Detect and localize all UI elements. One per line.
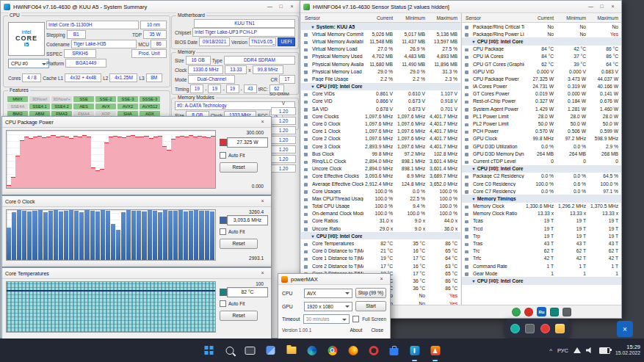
power-graph-titlebar[interactable]: CPU Package Power ×	[2, 117, 271, 128]
sensor-row[interactable]: Core 0 Distance to TjMAX 21 °C 16 °C 65 …	[301, 247, 460, 255]
sensor-row[interactable]: Physical Memory Available 11,680 MB 11,4…	[301, 60, 460, 68]
tray-folder-icon[interactable]	[555, 324, 565, 333]
sensor-row[interactable]: Core C7 Residency 0.0 % 0.0 % 97.1 %	[462, 187, 621, 195]
sensor-row[interactable]: PL2 Power Limit 50.0 W 50.0 W 50.0 W	[462, 120, 621, 127]
sensor-row[interactable]: Core Clocks 1,097.6 MHz 1,097.6 MHz 4,40…	[301, 112, 460, 120]
sensor-row[interactable]: Gear Mode 1 1 1	[462, 269, 621, 277]
power-autofit[interactable]: Auto Fit	[220, 152, 245, 159]
sensor-tool-settings-icon[interactable]	[562, 308, 571, 316]
sensor-row[interactable]: Uncore Ratio 29.0 x 9.0 x 36.0 x	[301, 225, 460, 232]
powermax-fullscreen-checkbox[interactable]	[352, 316, 359, 322]
powermax-taskbar-icon[interactable]	[426, 341, 444, 360]
temps-graph-titlebar[interactable]: Core Temperatures ×	[2, 268, 271, 279]
sensor-row[interactable]: System Agent Power 1.429 W 1.281 W 1.460…	[462, 105, 621, 112]
powermax-about-button[interactable]: About	[347, 327, 365, 333]
sensor-row[interactable]: Core 1 Clock 1,097.6 MHz 1,097.6 MHz 4,4…	[301, 128, 460, 135]
sensor-row[interactable]: Core 1 Distance to TjMAX 19 °C 17 °C 64 …	[301, 255, 460, 262]
powermax-close-icon[interactable]: ×	[376, 274, 387, 284]
sensor-row[interactable]: Core Temperatures 82 °C 35 °C 86 °C	[301, 239, 460, 247]
sensor-titlebar[interactable]: HWiNFO64 v7.16-4630 Sensor Status [2 val…	[300, 1, 621, 13]
sensor-row[interactable]: GPU D3D Utilization 0.0 % 0.0 % 2.9 %	[462, 142, 621, 150]
power-graph-close-icon[interactable]: ×	[257, 117, 268, 127]
temps-legend-checkbox[interactable]	[220, 289, 227, 296]
clock-reset-button[interactable]: Reset	[220, 239, 258, 249]
sensor-row[interactable]: Memory Clock 1,330.6 MHz 1,296.2 MHz 1,3…	[462, 203, 621, 210]
sensor-row[interactable]: ▼CPU [#0]: Intel Core i5-11300H: C-State…	[462, 165, 621, 173]
sensor-row[interactable]: Trc 62 T 62 T 62 T	[462, 247, 621, 255]
sensor-row[interactable]: Trp 19 T 19 T 19 T	[462, 232, 621, 239]
sensor-row[interactable]: Core 0 Clock 1,097.6 MHz 1,097.6 MHz 4,4…	[301, 120, 460, 127]
clock-graph-titlebar[interactable]: Core 0 Clock ×	[2, 196, 271, 207]
sensor-row[interactable]: Core VID 0.866 V 0.673 V 0.918 V	[301, 98, 460, 105]
sensor-row[interactable]: Core 3 Clock 2,893.9 MHz 1,097.6 MHz 4,4…	[301, 142, 460, 150]
chrome-icon[interactable]	[323, 341, 341, 360]
sensor-row[interactable]: CPU IA Cores 84 °C 37 °C 86 °C	[462, 53, 621, 60]
blue-x-app-icon[interactable]: ×	[617, 321, 633, 337]
sensor-row[interactable]: Core VIDs 0.861 V 0.610 V 1.107 V	[301, 90, 460, 98]
sensor-row[interactable]: PCH Power 0.570 W 0.506 W 0.599 W	[462, 128, 621, 135]
temps-autofit[interactable]: Auto Fit	[220, 300, 245, 307]
file-explorer-icon[interactable]	[282, 341, 300, 360]
sensor-row[interactable]: CPU Package 84 °C 42 °C 86 °C	[462, 46, 621, 53]
power-legend-checkbox[interactable]	[220, 139, 227, 146]
sensor-row[interactable]: Tcas 19 T 19 T 19 T	[462, 217, 621, 225]
power-autofit-checkbox[interactable]	[220, 152, 226, 159]
sensor-row[interactable]: Memory Clock Ratio 13.33 x 13.33 x 13.33…	[462, 210, 621, 217]
sensor-row[interactable]: Core Effective Clocks 3,093.6 MHz 8.9 MH…	[301, 173, 460, 180]
powermax-cpu-select[interactable]: AVX	[304, 289, 352, 298]
powermax-start-button[interactable]: Start	[355, 301, 386, 311]
sensor-row[interactable]: Page File Usage 2.2 % 2.2 % 2.3 %	[301, 75, 460, 82]
sensor-row[interactable]: Package/Ring Power Limit Exceeded No No …	[462, 30, 621, 37]
sensor-row[interactable]: Virtual Memory Committed 5,026 MB 5,017 …	[301, 30, 460, 37]
sensor-row[interactable]: Trfc 42 T 42 T 42 T	[462, 255, 621, 262]
store-icon[interactable]	[385, 341, 403, 360]
firefox-icon[interactable]	[344, 341, 362, 360]
tray-teal-icon[interactable]	[510, 324, 520, 333]
sensor-minimize-icon[interactable]: —	[585, 1, 596, 12]
sensor-row[interactable]: Ring/LLC Clock 2,894.0 MHz 898.1 MHz 3,6…	[301, 157, 460, 164]
minimize-icon[interactable]: —	[264, 1, 275, 12]
powermax-stop-button[interactable]: Stop (99 %)	[355, 288, 386, 298]
tray-red-icon[interactable]	[540, 324, 550, 333]
tray-gear-icon[interactable]	[525, 324, 535, 333]
widgets-icon[interactable]	[261, 341, 280, 360]
sensor-row[interactable]: CPU Package Power 27.325 W 3.473 W 44.03…	[462, 75, 621, 82]
sensor-row[interactable]: ▼CPU [#0]: Intel Core i5-11300H	[462, 277, 621, 284]
sensor-maximize-icon[interactable]: □	[596, 1, 607, 12]
powermax-titlebar[interactable]: powerMAX ×	[278, 274, 390, 285]
sensor-row[interactable]: Package/Ring Critical Temperature No No …	[462, 23, 621, 30]
sensor-row[interactable]: Core Ratios 31.0 x 9.0 x 44.0 x	[301, 217, 460, 225]
ru-badge-icon[interactable]: Ru	[537, 307, 546, 316]
sensor-row[interactable]: PL1 Power Limit 28.0 W 28.0 W 28.0 W	[462, 112, 621, 120]
edge-icon[interactable]	[303, 341, 321, 360]
sensor-row[interactable]: Tras 43 T 43 T 43 T	[462, 239, 621, 247]
maximize-icon[interactable]: □	[275, 1, 286, 12]
sensor-row[interactable]: Total CPU Usage 100.0 % 9.4 % 100.0 %	[301, 203, 460, 210]
battery-icon[interactable]	[599, 347, 610, 354]
sensor-row[interactable]: Core 2 Distance to TjMAX 17 °C 16 °C 63 …	[301, 262, 460, 269]
sensor-row[interactable]: Rest-of-Chip Power 0.327 W 0.184 W 0.676…	[462, 98, 621, 105]
sensor-row[interactable]: Core Usages 100.0 % 0.0 % 100.0 %	[301, 187, 460, 195]
clock-autofit[interactable]: Auto Fit	[220, 228, 245, 235]
sensor-row[interactable]: Average Effective Clock 2,912.4 MHz 124.…	[301, 180, 460, 187]
language-indicator[interactable]: РУС	[557, 347, 568, 354]
sensor-row[interactable]: Command Rate 1 T 1 T 1 T	[462, 262, 621, 269]
sensor-row[interactable]: Bus Clock 99.8 MHz 97.2 MHz 102.8 MHz	[301, 150, 460, 157]
sensor-row[interactable]: Max CPU/Thread Usage 100.0 % 22.5 % 100.…	[301, 195, 460, 202]
start-icon[interactable]	[200, 341, 218, 360]
sensor-row[interactable]: GPU Clock 99.8 MHz 97.2 MHz 598.9 MHz	[462, 135, 621, 142]
sensor-close-icon[interactable]: ×	[607, 1, 618, 12]
clock-graph-close-icon[interactable]: ×	[257, 196, 268, 206]
sensor-row[interactable]: ▼CPU [#0]: Intel Core i5-11300H: Enhance…	[462, 37, 621, 45]
clock-legend-checkbox[interactable]	[220, 217, 227, 224]
sensor-row[interactable]: SA VID 0.678 V 0.673 V 0.701 V	[301, 105, 460, 112]
sensor-row[interactable]: Physical Memory Used 4,702 MB 4,483 MB 4…	[301, 53, 460, 60]
summary-titlebar[interactable]: HWiNFO64 v7.16-4630 @ KUU A5 - System Su…	[1, 1, 300, 13]
taskbar-clock[interactable]: 15:29 15.02.2022	[615, 344, 640, 356]
network-icon[interactable]	[574, 347, 581, 353]
temps-reset-button[interactable]: Reset	[220, 311, 258, 321]
hwinfo-taskbar-icon[interactable]	[405, 341, 424, 360]
sensor-row[interactable]: On-demand Clock Modulation 100.0 % 100.0…	[301, 210, 460, 217]
temps-autofit-checkbox[interactable]	[220, 300, 226, 307]
clock-autofit-checkbox[interactable]	[220, 228, 226, 235]
